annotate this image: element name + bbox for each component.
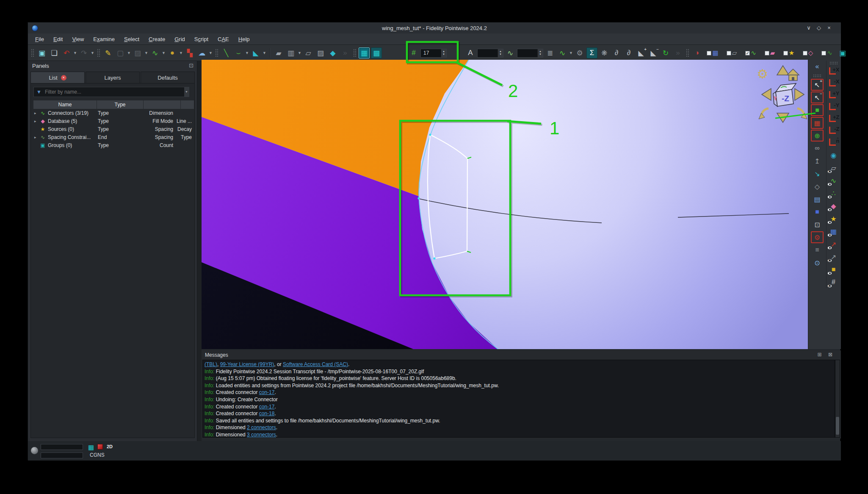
view-plus-z[interactable]: +Z bbox=[828, 114, 840, 125]
view-minus-x[interactable]: -X bbox=[828, 78, 840, 89]
dropdown-caret-icon[interactable]: ▼ bbox=[298, 47, 301, 58]
table-row[interactable]: ★Sources (0)TypeSpacingDecay bbox=[33, 125, 194, 133]
overflow-left-icon[interactable]: » bbox=[340, 47, 351, 58]
log-link[interactable]: con-17 bbox=[259, 404, 275, 410]
checkbox-icon[interactable] bbox=[783, 51, 788, 56]
regenerate-icon[interactable]: ↻ bbox=[660, 47, 671, 58]
filter-dropdown-icon[interactable]: ▼ bbox=[184, 87, 189, 97]
panel-splitter[interactable] bbox=[197, 61, 202, 441]
globe-eye-icon[interactable]: ◉ bbox=[827, 149, 840, 161]
toolbar-grip-handle[interactable] bbox=[31, 49, 34, 57]
overflow-right-icon[interactable]: » bbox=[672, 47, 683, 58]
show-spacings-toggle[interactable]: ∿ bbox=[818, 47, 836, 58]
spinner-buttons[interactable]: ▲▼ bbox=[537, 49, 543, 57]
show-planes-toggle[interactable]: ▱ bbox=[723, 47, 741, 58]
show-database-toggle[interactable]: ▰ bbox=[761, 47, 779, 58]
cube-wireframe-icon[interactable]: ▢ bbox=[115, 47, 126, 58]
log-link[interactable]: 2 connectors bbox=[247, 425, 276, 430]
partial-derivative-icon[interactable]: ∂ bbox=[611, 47, 622, 58]
table-row[interactable]: ▸∿Spacing Constrai...EndSpacingType bbox=[33, 133, 194, 141]
distribution-input[interactable]: ▲▼ bbox=[517, 49, 543, 58]
distribute-spacing-icon[interactable]: ∿ bbox=[505, 47, 516, 58]
select-visible-icon[interactable]: ■ bbox=[811, 104, 824, 116]
dropdown-caret-icon[interactable]: ▼ bbox=[209, 47, 213, 58]
log-link[interactable]: (TBL) bbox=[205, 361, 217, 367]
menu-grid[interactable]: Grid bbox=[170, 34, 190, 44]
hide-ruler-eye-icon[interactable]: # bbox=[827, 276, 840, 288]
display-viewport[interactable]: ⚙ -Z bbox=[202, 60, 808, 349]
table-row[interactable]: ▸∿Connectors (3/19)TypeDimension bbox=[33, 109, 194, 117]
log-link[interactable]: 3 connectors bbox=[247, 432, 276, 438]
import-icon[interactable]: ❏ bbox=[49, 47, 60, 58]
table-row[interactable]: ▣Groups (0)TypeCount bbox=[33, 141, 194, 149]
dimension-input-field[interactable] bbox=[421, 50, 440, 56]
show-groups-icon[interactable]: ▣ bbox=[837, 47, 848, 58]
menu-script[interactable]: Script bbox=[190, 34, 213, 44]
solve-surface-icon[interactable]: ▰ bbox=[273, 47, 284, 58]
dropdown-caret-icon[interactable]: ▼ bbox=[162, 47, 166, 58]
block-view-icon[interactable]: ■ bbox=[811, 206, 824, 218]
dropdown-caret-icon[interactable]: ▼ bbox=[144, 47, 148, 58]
tab-defaults[interactable]: Defaults bbox=[141, 72, 195, 83]
ghost-icon[interactable]: ☁ bbox=[196, 47, 207, 58]
view-minus-z[interactable]: -Z bbox=[828, 125, 840, 136]
sheet-icon[interactable]: ▱ bbox=[303, 47, 314, 58]
view-normal[interactable]: n̂ bbox=[828, 137, 840, 148]
mask-icon[interactable]: ◑ bbox=[691, 47, 702, 58]
view-minus-y[interactable]: -Y bbox=[828, 102, 840, 113]
spacing-input-field[interactable] bbox=[478, 50, 497, 56]
show-points-eye-icon[interactable]: ∴ bbox=[827, 187, 840, 199]
measure-add-icon[interactable]: ◣+ bbox=[636, 47, 647, 58]
log-link[interactable]: con-18 bbox=[259, 411, 275, 416]
checkbox-icon[interactable] bbox=[707, 51, 711, 56]
redo-icon[interactable]: ↷ bbox=[78, 47, 89, 58]
select-grid-icon[interactable]: ▦ bbox=[811, 117, 824, 129]
dropdown-caret-icon[interactable]: ▼ bbox=[179, 47, 183, 58]
tab-close-icon[interactable]: × bbox=[61, 75, 66, 80]
panel-float-icon[interactable]: ⊡ bbox=[189, 62, 194, 69]
spinner-buttons[interactable]: ▲▼ bbox=[441, 49, 446, 57]
checkbox-icon[interactable]: ✓ bbox=[745, 51, 750, 56]
toolbar-grip-handle[interactable] bbox=[97, 49, 100, 57]
select-add-icon[interactable]: ↖+ bbox=[811, 79, 824, 91]
draw-curve-icon[interactable]: ⌣ bbox=[233, 47, 244, 58]
rail-grip-handle[interactable] bbox=[829, 61, 838, 64]
two-point-line-icon[interactable]: ╲ bbox=[221, 47, 232, 58]
distribution-fan-icon[interactable]: ≣ bbox=[545, 47, 556, 58]
menu-create[interactable]: Create bbox=[144, 34, 170, 44]
collapse-panel-icon[interactable]: « bbox=[811, 61, 824, 72]
tab-layers[interactable]: Layers bbox=[86, 72, 140, 83]
magnifier-icon[interactable]: ⊙ bbox=[811, 257, 824, 269]
menu-examine[interactable]: Examine bbox=[88, 34, 119, 44]
checkbox-icon[interactable] bbox=[765, 51, 769, 56]
surface-sparkle-icon[interactable]: ❋ bbox=[599, 47, 610, 58]
view-plus-y[interactable]: +Y bbox=[828, 90, 840, 101]
show-sources-eye-icon[interactable]: ★ bbox=[827, 213, 840, 225]
draw-surface-icon[interactable]: ◣ bbox=[250, 47, 261, 58]
show-connectors-toggle[interactable]: ✓∿ bbox=[742, 47, 760, 58]
dimension-connector-icon[interactable]: # bbox=[408, 47, 419, 58]
show-database-eye-icon[interactable]: ◆ bbox=[827, 200, 840, 212]
show-connectors-eye-icon[interactable]: ∿ bbox=[827, 175, 840, 186]
expander-icon[interactable]: ▸ bbox=[34, 135, 39, 139]
view-plus-x[interactable]: +X bbox=[828, 66, 840, 77]
log-link[interactable]: 99-Year License (99YR) bbox=[220, 361, 274, 367]
average-spacing-icon[interactable]: A bbox=[465, 47, 476, 58]
minimize-button[interactable]: ∨ bbox=[804, 24, 813, 32]
log-link[interactable]: Software Access Card (SAC) bbox=[283, 361, 348, 367]
spinner-buttons[interactable]: ▲▼ bbox=[498, 49, 503, 57]
connector-tools-icon[interactable]: ∿ bbox=[557, 47, 568, 58]
save-icon[interactable]: ▣ bbox=[36, 47, 47, 58]
sum-dimensions-icon[interactable]: Σ bbox=[586, 47, 597, 58]
dimension-input[interactable]: ▲▼ bbox=[420, 49, 447, 58]
zoom-selection-icon[interactable]: ↘ bbox=[811, 168, 824, 180]
measure-subtract-icon[interactable]: ◣− bbox=[648, 47, 659, 58]
surface-stack-icon[interactable]: ▤ bbox=[811, 193, 824, 205]
layout-blocks-icon[interactable]: ▚ bbox=[184, 47, 195, 58]
node-up-icon[interactable]: ↥ bbox=[811, 155, 824, 167]
connector-curve-icon[interactable]: ∿ bbox=[149, 47, 160, 58]
distribution-input-field[interactable] bbox=[517, 50, 537, 56]
spacing-input[interactable]: ▲▼ bbox=[477, 49, 503, 58]
draw-shapes-icon[interactable]: ✎ bbox=[102, 47, 113, 58]
domain-outline-icon[interactable]: ◇ bbox=[811, 180, 824, 192]
